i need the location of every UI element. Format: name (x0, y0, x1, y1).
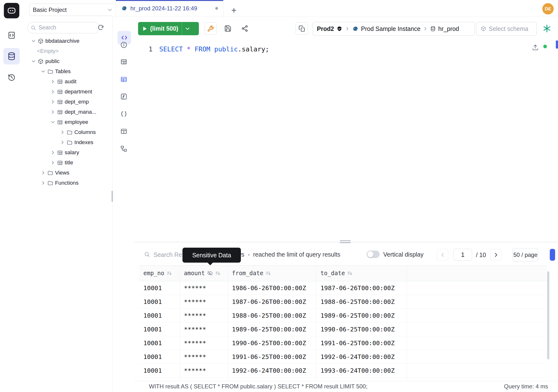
table-cell[interactable]: ****** (180, 336, 228, 350)
table-cell[interactable]: ****** (180, 309, 228, 322)
table-cell[interactable]: 1990-06-25T00:00:00Z (228, 336, 316, 350)
column-header-amount[interactable]: amount (180, 266, 228, 281)
table-cell[interactable]: 10001 (139, 336, 180, 350)
table-cell[interactable]: 10001 (139, 281, 180, 295)
copy-connection-button[interactable] (296, 22, 308, 35)
table-cell[interactable]: ****** (180, 322, 228, 336)
tree-item-public[interactable]: public (23, 56, 113, 66)
tree-item-dept-mana[interactable]: dept_mana... (23, 107, 113, 117)
table-cell[interactable]: ****** (180, 281, 228, 295)
table-cell[interactable]: 1989-06-25T00:00:00Z (228, 322, 316, 336)
tree-item-department[interactable]: department (23, 87, 113, 97)
column-header-from-date[interactable]: from_date (228, 266, 316, 281)
table-cell[interactable]: 1989-06-25T00:00:00Z (316, 309, 407, 322)
editor-code-line[interactable]: SELECT * FROM public.salary; (159, 44, 269, 54)
refresh-schema-button[interactable] (96, 22, 106, 33)
sort-icon[interactable] (215, 270, 220, 276)
share-icon (241, 25, 248, 32)
column-header-emp-no[interactable]: emp_no (139, 266, 180, 281)
select-schema-button[interactable]: Select schema (476, 22, 537, 35)
eye-off-icon[interactable] (207, 270, 213, 276)
sidebar-resize-handle[interactable] (112, 191, 113, 202)
table-cell[interactable]: 10001 (139, 322, 180, 336)
page-size-select[interactable]: 50 / page (513, 248, 538, 261)
prev-page-button[interactable] (437, 249, 448, 261)
results-expand-button[interactable] (550, 249, 555, 261)
table-cell[interactable] (407, 322, 547, 336)
next-page-button[interactable] (490, 249, 502, 261)
tree-item-indexes[interactable]: Indexes (23, 137, 113, 148)
tree-item-salary[interactable]: salary (23, 148, 113, 158)
page-number-box[interactable]: 1 (453, 249, 472, 261)
table-icon (57, 119, 63, 125)
sort-icon[interactable] (265, 270, 271, 276)
table-cell[interactable]: 1988-06-25T00:00:00Z (228, 309, 316, 322)
table-cell[interactable]: 1987-06-26T00:00:00Z (228, 295, 316, 308)
ai-assistant-button[interactable] (541, 22, 553, 35)
editor-functions-button[interactable] (119, 91, 129, 102)
rail-worksheet-button[interactable] (5, 28, 18, 42)
column-header-to-date[interactable]: to_date (316, 266, 407, 281)
table-cell[interactable]: 1990-06-25T00:00:00Z (316, 322, 407, 336)
tree-item-empty[interactable]: <Empty> (23, 46, 113, 56)
editor-schema-diagram-button[interactable] (119, 143, 129, 154)
run-options-caret[interactable] (182, 22, 193, 35)
editor-external-tables-button[interactable] (119, 74, 129, 85)
tree-item-tables[interactable]: Tables (23, 66, 113, 77)
admin-wrench-button[interactable] (204, 22, 217, 35)
tree-item-bbdataarchive[interactable]: bbdataarchive (23, 36, 113, 46)
results-scrollbar[interactable] (547, 271, 549, 359)
sort-icon[interactable] (347, 270, 352, 276)
table-cell[interactable]: 1993-06-24T00:00:00Z (316, 364, 407, 377)
table-cell[interactable] (407, 364, 547, 377)
avatar[interactable]: DE (542, 3, 554, 15)
table-cell[interactable] (407, 281, 547, 295)
new-tab-button[interactable]: + (229, 5, 239, 16)
table-cell[interactable]: ****** (180, 350, 228, 364)
sidebar-search-input[interactable] (38, 24, 85, 31)
panel-splitter-handle[interactable] (340, 240, 351, 243)
table-cell[interactable] (407, 350, 547, 364)
tree-item-views[interactable]: Views (23, 168, 113, 178)
table-cell[interactable]: ****** (180, 295, 228, 308)
table-cell[interactable]: 1988-06-25T00:00:00Z (316, 295, 407, 308)
editor-views-button[interactable] (119, 126, 129, 137)
save-button[interactable] (223, 23, 233, 34)
table-cell[interactable]: 1992-06-24T00:00:00Z (228, 364, 316, 377)
table-cell[interactable] (407, 309, 547, 322)
vertical-display-toggle[interactable] (366, 251, 380, 258)
editor-info-button[interactable] (119, 40, 129, 50)
tree-item-dept-emp[interactable]: dept_emp (23, 97, 113, 107)
table-cell[interactable]: 10001 (139, 364, 180, 377)
table-cell[interactable]: 10001 (139, 295, 180, 308)
run-query-button[interactable]: (limit 500) (138, 22, 199, 35)
tree-item-employee[interactable]: employee (23, 117, 113, 127)
table-cell[interactable]: 10001 (139, 309, 180, 322)
rail-database-button[interactable] (3, 48, 20, 64)
share-button[interactable] (239, 23, 250, 34)
table-cell[interactable]: 10001 (139, 350, 180, 364)
bytebase-logo[interactable] (4, 3, 19, 18)
project-select[interactable]: Basic Project (29, 4, 116, 16)
table-cell[interactable]: 1991-06-25T00:00:00Z (316, 336, 407, 350)
table-cell[interactable]: 1986-06-26T00:00:00Z (228, 281, 316, 295)
sort-icon[interactable] (166, 270, 172, 276)
table-cell[interactable]: 1991-06-25T00:00:00Z (228, 350, 316, 364)
table-cell[interactable]: ****** (180, 364, 228, 377)
table-cell[interactable] (407, 295, 547, 308)
editor-procedures-button[interactable] (119, 109, 129, 119)
table-cell[interactable]: 1992-06-24T00:00:00Z (316, 350, 407, 364)
tree-item-functions[interactable]: Functions (23, 178, 113, 188)
tree-item-label: public (45, 58, 60, 64)
tree-item-columns[interactable]: Columns (23, 127, 113, 137)
table-cell[interactable] (407, 336, 547, 350)
rail-history-button[interactable] (5, 71, 18, 84)
table-cell[interactable]: 1987-06-26T00:00:00Z (316, 281, 407, 295)
editor-tables-button[interactable] (119, 56, 129, 67)
tree-item-title[interactable]: title (23, 158, 113, 168)
connection-breadcrumb[interactable]: Prod2 Prod Sample Instance hr_prod (313, 22, 475, 35)
tree-item-audit[interactable]: audit (23, 77, 113, 87)
upload-sql-button[interactable] (531, 43, 540, 52)
tab-hr-prod[interactable]: hr_prod 2024-11-22 16:49 (116, 0, 224, 17)
tree-item-label: dept_mana... (65, 109, 96, 115)
